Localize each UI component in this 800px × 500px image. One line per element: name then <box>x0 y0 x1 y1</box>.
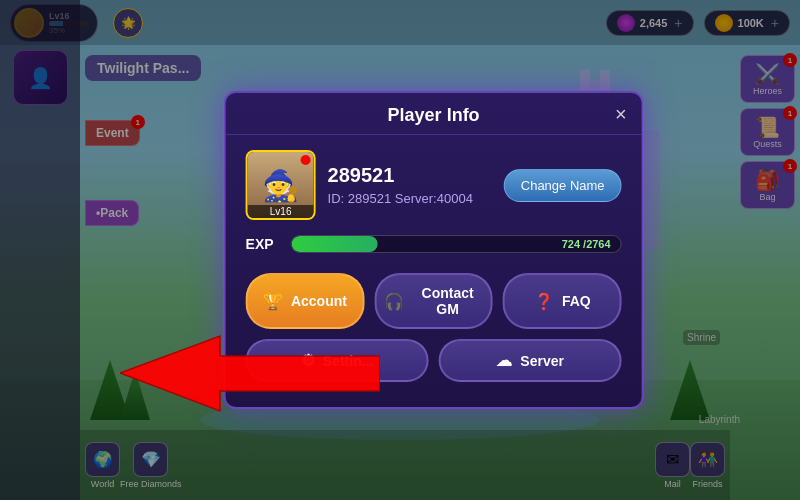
modal-body: 🧙 Lv16 289521 ID: 289521 Server:40004 Ch… <box>226 135 642 407</box>
profile-section: 🧙 Lv16 289521 ID: 289521 Server:40004 Ch… <box>246 150 622 220</box>
trophy-icon: 🏆 <box>263 292 283 311</box>
exp-section: EXP 724 /2764 <box>246 235 622 253</box>
account-label: Account <box>291 293 347 309</box>
player-avatar: 🧙 Lv16 <box>246 150 316 220</box>
exp-value-text: 724 /2764 <box>562 238 611 250</box>
exp-bar: 724 /2764 <box>291 235 622 253</box>
player-info-modal: Player Info × 🧙 Lv16 289521 ID: 289521 S… <box>224 91 644 409</box>
settings-button[interactable]: ⚙ Settin... <box>246 339 429 382</box>
exp-bar-fill <box>292 236 378 252</box>
account-button[interactable]: 🏆 Account <box>246 273 365 329</box>
profile-id: ID: 289521 Server:40004 <box>328 191 492 206</box>
server-label: Server <box>520 353 564 369</box>
cloud-icon: ☁ <box>496 351 512 370</box>
headset-icon: 🎧 <box>384 292 404 311</box>
modal-header: Player Info × <box>226 93 642 135</box>
faq-label: FAQ <box>562 293 591 309</box>
change-name-button[interactable]: Change Name <box>504 169 622 202</box>
faq-icon: ❓ <box>534 292 554 311</box>
contact-gm-label: Contact GM <box>412 285 483 317</box>
modal-close-button[interactable]: × <box>615 102 627 125</box>
avatar-online-dot <box>301 155 311 165</box>
action-buttons-row2: ⚙ Settin... ☁ Server <box>246 339 622 382</box>
settings-label: Settin... <box>323 353 374 369</box>
profile-name: 289521 <box>328 164 492 187</box>
faq-button[interactable]: ❓ FAQ <box>503 273 622 329</box>
exp-label: EXP <box>246 236 281 252</box>
modal-title: Player Info <box>388 105 480 125</box>
avatar-level-label: Lv16 <box>248 205 314 218</box>
server-button[interactable]: ☁ Server <box>439 339 622 382</box>
profile-info: 289521 ID: 289521 Server:40004 <box>328 164 492 206</box>
action-buttons-row1: 🏆 Account 🎧 Contact GM ❓ FAQ <box>246 273 622 329</box>
contact-gm-button[interactable]: 🎧 Contact GM <box>374 273 493 329</box>
gear-icon: ⚙ <box>301 351 315 370</box>
